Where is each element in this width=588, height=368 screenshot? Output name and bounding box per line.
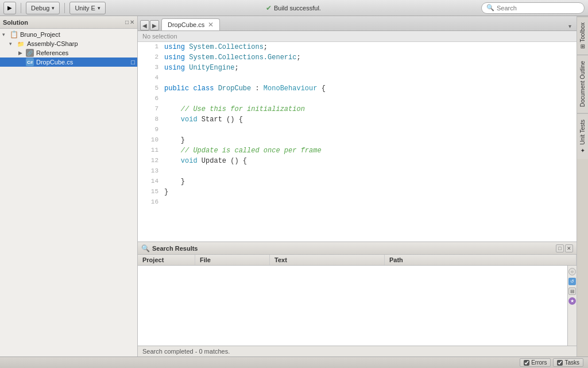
minimize-panel-button[interactable]: □: [556, 244, 564, 252]
line-number: 16: [142, 197, 158, 208]
expand-arrow: ▾: [2, 32, 9, 37]
search-box[interactable]: 🔍: [481, 2, 585, 14]
results-action-sidebar: ○ ↺ ▤ ★: [567, 266, 577, 346]
line-number: 7: [142, 104, 158, 114]
code-line-11: 11 // Update is called once per frame: [138, 145, 577, 156]
close-icon[interactable]: ✕: [130, 19, 134, 25]
expand-arrow-2: ▾: [9, 41, 16, 47]
search-action-btn-4[interactable]: ★: [568, 297, 576, 305]
assembly-name: Assembly-CSharp: [27, 40, 78, 47]
toolbar-separator: [21, 3, 21, 13]
tree-item-assembly[interactable]: ▾ 📁 Assembly-CSharp: [0, 39, 137, 48]
search-footer-text: Search completed - 0 matches.: [142, 348, 230, 355]
nav-back-button[interactable]: ◀: [140, 20, 149, 30]
th-file: File: [195, 255, 270, 265]
tasks-checkbox[interactable]: [557, 360, 563, 366]
search-results-header: 🔍 Search Results □ ✕: [138, 242, 577, 255]
file-status-icon: □: [131, 59, 135, 66]
right-tab-toolbox[interactable]: ⊞ Toolbox: [577, 16, 588, 55]
code-content: [164, 94, 168, 104]
close-panel-button[interactable]: ✕: [565, 244, 573, 252]
code-content: void Start () {: [164, 114, 243, 125]
line-number: 9: [142, 125, 158, 135]
solution-tree: ▾ 📋 Bruno_Project ▾ 📁 Assembly-CSharp ▶ …: [0, 29, 137, 356]
tab-close-button[interactable]: ✕: [208, 21, 214, 28]
code-content: using System.Collections.Generic;: [164, 52, 301, 63]
code-line-13: 13: [138, 166, 577, 177]
search-icon: 🔍: [486, 4, 494, 12]
toolbox-label: Toolbox: [579, 22, 586, 42]
right-panel: ◀ ▶ DropCube.cs ✕ ▾ No selection 1 using…: [138, 16, 577, 356]
errors-button[interactable]: Errors: [520, 358, 551, 367]
line-number: 11: [142, 145, 158, 156]
line-number: 1: [142, 42, 158, 52]
code-content: }: [164, 187, 168, 197]
search-footer: Search completed - 0 matches.: [138, 346, 577, 356]
document-outline-label: Document Outline: [579, 61, 586, 107]
code-line-1: 1 using System.Collections;: [138, 42, 577, 52]
config-selector[interactable]: Debug ▾: [26, 2, 60, 14]
tree-item-references[interactable]: ▶ 🔗 References: [0, 48, 137, 57]
references-icon: 🔗: [25, 49, 34, 57]
errors-checkbox[interactable]: [524, 360, 529, 366]
code-content: [164, 166, 168, 177]
toolbar: ▶ Debug ▾ Unity E ▾ ✔ Build successful. …: [0, 0, 588, 16]
code-line-16: 16: [138, 197, 577, 208]
search-action-btn-3[interactable]: ▤: [568, 288, 576, 295]
code-editor[interactable]: 1 using System.Collections; 2 using Syst…: [138, 42, 577, 241]
line-number: 8: [142, 114, 158, 125]
chevron-down-icon: ▾: [52, 5, 55, 11]
config-label: Debug: [31, 5, 49, 12]
code-line-9: 9: [138, 125, 577, 135]
code-content: void Update () {: [164, 156, 247, 166]
tab-bar: ◀ ▶ DropCube.cs ✕ ▾: [138, 16, 577, 31]
project-selector[interactable]: Unity E ▾: [69, 2, 105, 14]
right-sidebar: ⊞ Toolbox Document Outline ✦ Unit Tests: [577, 16, 588, 356]
search-action-btn-2[interactable]: ↺: [568, 278, 576, 285]
code-content: public class DropCube : MonoBehaviour {: [164, 83, 326, 94]
build-success-icon: ✔: [266, 4, 272, 12]
right-tab-unit-tests[interactable]: ✦ Unit Tests: [577, 113, 588, 159]
line-number: 15: [142, 187, 158, 197]
errors-label: Errors: [531, 359, 547, 366]
unit-tests-label: Unit Tests: [579, 120, 586, 145]
search-results-body: ○ ↺ ▤ ★: [138, 266, 577, 346]
search-action-btn-1[interactable]: ○: [568, 268, 576, 275]
code-content: }: [164, 135, 185, 145]
code-line-5: 5 public class DropCube : MonoBehaviour …: [138, 83, 577, 94]
line-number: 13: [142, 166, 158, 177]
code-line-12: 12 void Update () {: [138, 156, 577, 166]
play-button[interactable]: ▶: [3, 2, 16, 14]
code-line-4: 4: [138, 73, 577, 83]
nav-arrows: ◀ ▶: [140, 20, 159, 30]
line-number: 3: [142, 63, 158, 73]
code-content: using System.Collections;: [164, 42, 268, 52]
search-icon: 🔍: [141, 244, 150, 252]
tab-dropcube[interactable]: DropCube.cs ✕: [161, 18, 220, 31]
cs-badge: C#: [26, 58, 34, 66]
nav-forward-button[interactable]: ▶: [150, 20, 159, 30]
folder-icon: 📁: [16, 40, 25, 48]
tree-item-bruno-project[interactable]: ▾ 📋 Bruno_Project: [0, 30, 137, 39]
file-label: DropCube.cs: [36, 59, 73, 66]
status-bar: Errors Tasks: [0, 356, 588, 368]
code-line-14: 14 }: [138, 177, 577, 187]
code-line-8: 8 void Start () {: [138, 114, 577, 125]
solution-header: Solution □ ✕: [0, 16, 137, 29]
code-content: using UnityEngine;: [164, 63, 239, 73]
tree-item-dropcube[interactable]: C# DropCube.cs □: [0, 57, 137, 67]
build-status-text: Build successful.: [274, 5, 321, 12]
th-project: Project: [138, 255, 195, 265]
search-table-content: [138, 266, 567, 346]
tab-menu-button[interactable]: ▾: [565, 21, 574, 30]
search-results-panel: 🔍 Search Results □ ✕ Project File Text P…: [138, 241, 577, 356]
tab-label: DropCube.cs: [168, 21, 204, 28]
tasks-button[interactable]: Tasks: [553, 358, 583, 367]
search-input[interactable]: [497, 5, 579, 12]
code-line-2: 2 using System.Collections.Generic;: [138, 52, 577, 63]
panel-icons: □ ✕: [125, 19, 134, 25]
right-tab-document-outline[interactable]: Document Outline: [577, 55, 588, 113]
minimize-icon[interactable]: □: [125, 19, 129, 25]
code-content: [164, 197, 168, 208]
code-content: // Update is called once per frame: [164, 145, 322, 156]
